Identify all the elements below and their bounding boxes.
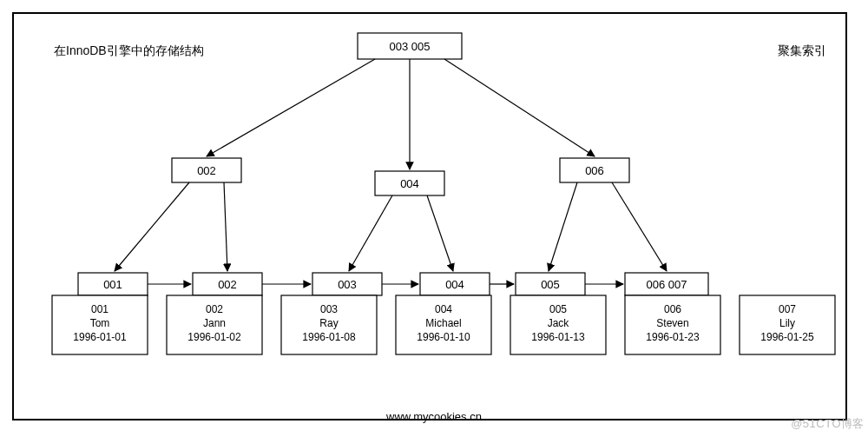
svg-text:1996-01-01: 1996-01-01 bbox=[73, 331, 127, 343]
leaf-key-label-1: 002 bbox=[218, 278, 237, 291]
edge-m1-r bbox=[427, 195, 453, 271]
svg-text:Jann: Jann bbox=[203, 317, 226, 329]
svg-text:1996-01-23: 1996-01-23 bbox=[646, 331, 700, 343]
edge-m2-r bbox=[612, 182, 667, 271]
svg-text:002: 002 bbox=[206, 303, 223, 315]
record-5: 006 Steven 1996-01-23 bbox=[625, 295, 720, 354]
svg-text:Tom: Tom bbox=[90, 317, 110, 329]
mid-label-2: 006 bbox=[585, 164, 604, 177]
leaf-key-label-5: 006 007 bbox=[647, 278, 687, 291]
svg-text:1996-01-08: 1996-01-08 bbox=[302, 331, 356, 343]
leaf-key-label-3: 004 bbox=[445, 278, 464, 291]
leaf-key-label-2: 003 bbox=[338, 278, 357, 291]
edge-m2-l bbox=[549, 182, 577, 271]
svg-text:006: 006 bbox=[664, 303, 681, 315]
leaf-key-label-0: 001 bbox=[103, 278, 122, 291]
tree-svg: 003 005 002 004 006 001 002 003 004 005 … bbox=[0, 0, 868, 437]
edge-root-r bbox=[444, 59, 595, 156]
svg-text:007: 007 bbox=[779, 303, 796, 315]
svg-text:1996-01-02: 1996-01-02 bbox=[187, 331, 241, 343]
svg-text:Jack: Jack bbox=[548, 317, 570, 329]
mid-label-0: 002 bbox=[197, 164, 216, 177]
record-6: 007 Lily 1996-01-25 bbox=[740, 295, 835, 354]
svg-text:Lily: Lily bbox=[779, 317, 795, 329]
record-1: 002 Jann 1996-01-02 bbox=[167, 295, 262, 354]
edge-m1-l bbox=[349, 195, 392, 271]
record-2: 003 Ray 1996-01-08 bbox=[281, 295, 377, 354]
root-keys: 003 005 bbox=[390, 40, 431, 53]
record-0: 001 Tom 1996-01-01 bbox=[52, 295, 148, 354]
leaf-key-label-4: 005 bbox=[541, 278, 560, 291]
svg-text:Steven: Steven bbox=[656, 317, 688, 329]
svg-text:1996-01-10: 1996-01-10 bbox=[417, 331, 470, 343]
record-3: 004 Michael 1996-01-10 bbox=[396, 295, 491, 354]
svg-text:1996-01-25: 1996-01-25 bbox=[760, 331, 814, 343]
svg-text:1996-01-13: 1996-01-13 bbox=[531, 331, 585, 343]
edge-root-l bbox=[207, 59, 375, 156]
edge-m0-r bbox=[224, 182, 227, 271]
edge-m0-l bbox=[115, 182, 189, 271]
svg-text:005: 005 bbox=[549, 303, 567, 315]
svg-text:004: 004 bbox=[435, 303, 452, 315]
mid-label-1: 004 bbox=[400, 177, 419, 190]
svg-text:001: 001 bbox=[91, 303, 108, 315]
svg-text:Michael: Michael bbox=[425, 317, 461, 329]
svg-text:Ray: Ray bbox=[319, 317, 338, 329]
svg-text:003: 003 bbox=[320, 303, 338, 315]
record-4: 005 Jack 1996-01-13 bbox=[510, 295, 606, 354]
